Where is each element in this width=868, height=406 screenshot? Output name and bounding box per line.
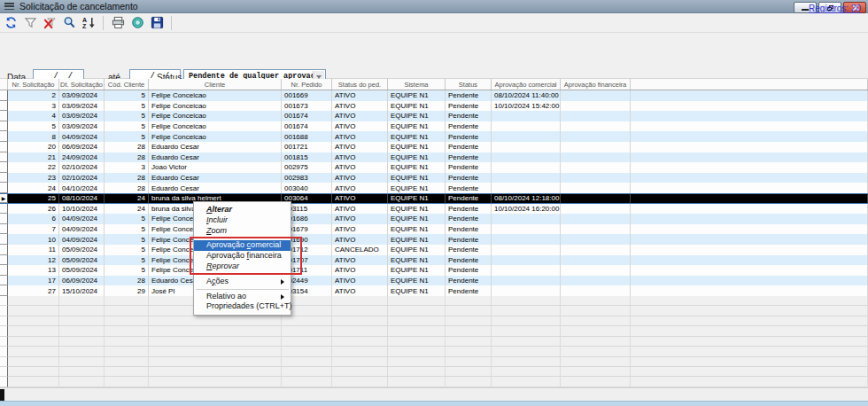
table-row[interactable]: 303/09/20245Felipe Conceicao001673ATIVOE… [0,101,868,112]
refresh-icon[interactable] [3,15,19,31]
empty-cell [492,357,561,367]
cell-cod: 5 [105,214,149,224]
search-icon[interactable] [61,15,77,31]
table-row[interactable]: 403/09/20245Felipe Conceicao001674ATIVOE… [0,111,868,121]
column-header-aprov_com[interactable]: Aprovação comercial [492,79,561,90]
cell-sistema: EQUIPE N1 [388,101,446,112]
empty-cell [332,347,388,356]
cell-aprov_com [492,173,561,183]
cell-nr: 20 [8,142,59,152]
column-header-aprov_fin[interactable]: Aprovação financeira [561,79,631,90]
empty-cell [149,326,282,336]
column-header-status_ped[interactable]: Status do ped. [332,79,388,90]
empty-cell [388,367,446,377]
column-header-pedido[interactable]: Nr. Pedido [282,79,332,90]
records-count-link[interactable]: Registros: 20 [809,4,861,13]
table-row[interactable]: 1706/09/202428Eduardo Cesar002449ATIVOEQ… [0,276,868,286]
cell-sistema: EQUIPE N1 [388,255,446,266]
cell-nr: 24 [8,183,59,193]
empty-row [0,367,868,377]
cell-sistema: EQUIPE N1 [388,131,446,142]
empty-cell [446,316,492,326]
empty-cell [0,306,8,316]
empty-cell [561,357,631,367]
table-row[interactable]: 2610/10/202424bruna da silva helmert0031… [0,204,868,215]
cell-dt: 03/09/2024 [59,101,105,112]
table-row[interactable]: 1305/09/20245Felipe Conceicao001711ATIVO… [0,265,868,276]
table-row[interactable]: 2124/09/202428Eduardo Cesar001815ATIVOEQ… [0,152,868,163]
cell-status: Pendente [446,265,492,276]
column-header-nr[interactable]: Nr. Solicitação [8,79,59,90]
cell-status: Pendente [446,204,492,215]
cell-aprov_fin [561,255,631,266]
menu-item[interactable]: Incluir [194,215,291,226]
cell-cod: 5 [105,245,149,255]
cell-sistema: EQUIPE N1 [388,121,446,132]
empty-cell [0,337,8,347]
column-header-sistema[interactable]: Sistema [388,79,446,90]
cell-pedido: 002983 [282,173,332,183]
column-header-filler[interactable] [631,79,868,90]
empty-cell [149,316,282,326]
cell-cliente: Felipe Conceicao [149,101,282,112]
column-header-dt[interactable]: Dt. Solicitação [59,79,105,90]
empty-cell [631,306,868,316]
cell-pedido: 001673 [282,101,332,112]
table-row[interactable]: 203/09/20245Felipe Conceicao001669ATIVOE… [0,90,868,101]
empty-cell [631,377,868,386]
table-row[interactable]: 503/09/20245Felipe Conceicao001674ATIVOE… [0,121,868,132]
column-header-cliente[interactable]: Cliente [149,79,282,90]
cell-dt: 05/09/2024 [59,245,105,255]
table-row[interactable]: 1105/09/20245Felipe Conceicao001712CANCE… [0,245,868,255]
cell-dt: 03/09/2024 [59,90,105,101]
save-icon[interactable] [149,15,165,31]
table-row[interactable]: 2715/10/202429José Pl003154ATIVOEQUIPE N… [0,285,868,296]
print-icon[interactable] [110,15,126,31]
table-row[interactable]: ▶2508/10/202424bruna da silva helmert003… [0,193,868,204]
table-row[interactable]: 2006/09/202428Eduardo Cesar001721ATIVOEQ… [0,142,868,152]
row-indicator [0,224,8,235]
empty-cell [388,347,446,356]
menu-item[interactable]: Alterar [194,205,291,215]
column-header-cod[interactable]: Cód. Cliente [105,79,149,90]
toolbar-separator [103,16,104,30]
cell-status_ped: ATIVO [332,183,388,193]
cell-nr: 25 [8,194,59,203]
filter-icon[interactable] [22,15,38,31]
cell-cod: 5 [105,131,149,142]
sort-icon[interactable]: AZ [81,15,97,31]
table-row[interactable]: 2202/10/20243Joao Victor002975ATIVOEQUIP… [0,162,868,173]
table-row[interactable]: 704/09/20245Felipe Conceicao001679ATIVOE… [0,224,868,235]
horizontal-scrollbar[interactable] [0,387,868,401]
table-row[interactable]: 2302/10/202428Eduardo Cesar002983ATIVOEQ… [0,173,868,183]
table-row[interactable]: 604/09/20245Felipe Conceicao001686ATIVOE… [0,214,868,224]
table-row[interactable]: 804/09/20245Felipe Conceicao001688ATIVOE… [0,131,868,142]
cell-pedido: 001688 [282,131,332,142]
cell-sistema: EQUIPE N1 [388,214,446,224]
cell-aprov_fin [561,183,631,193]
row-indicator: ▶ [0,194,8,203]
cell-aprov_com: 08/10/2024 11:40:00 [492,90,561,101]
menu-icon[interactable] [4,3,14,10]
clock-icon[interactable] [129,15,145,31]
menu-item[interactable]: Ações [194,277,291,287]
table-row[interactable]: 1004/09/20245Felipe Conceicao001690ATIVO… [0,234,868,245]
menu-item[interactable]: Zoom [194,226,291,237]
scrollbar-thumb[interactable] [0,389,4,401]
column-header-status[interactable]: Status [446,79,492,90]
cell-nr: 17 [8,276,59,286]
cell-nr: 2 [8,90,59,101]
annotation-red-rectangle [190,237,302,275]
empty-cell [282,357,332,367]
cell-dt: 04/09/2024 [59,131,105,142]
table-row[interactable]: 2404/10/202428Eduardo Cesar003040ATIVOEQ… [0,183,868,193]
menu-item[interactable]: Relativo ao [194,292,291,302]
clear-filter-icon[interactable] [42,15,58,31]
empty-cell [561,296,631,306]
cell-filler [631,183,868,193]
cell-dt: 04/09/2024 [59,214,105,224]
table-row[interactable]: 1205/09/20245Felipe Conceicao001707ATIVO… [0,255,868,266]
menu-item[interactable]: Propriedades (CTRL+T) [194,301,291,312]
cell-nr: 12 [8,255,59,266]
row-indicator [0,276,8,286]
